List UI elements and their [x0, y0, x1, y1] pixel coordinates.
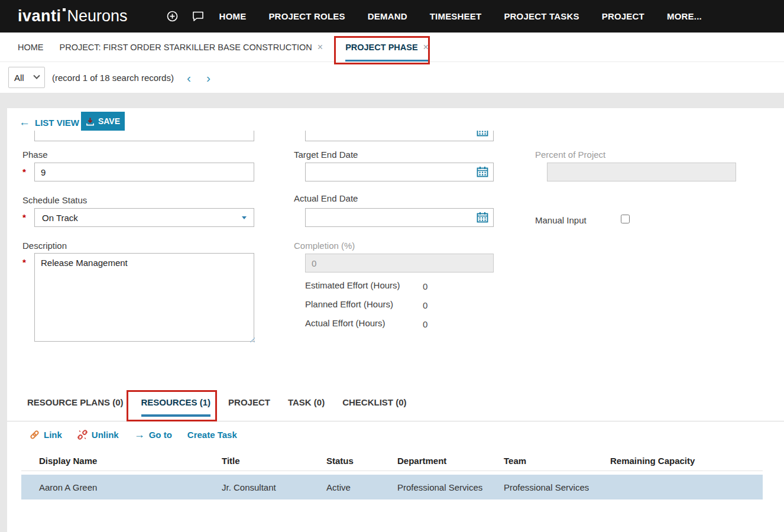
tab-resource-plans[interactable]: RESOURCE PLANS (0) — [27, 397, 124, 417]
record-filter-value: All — [14, 73, 24, 83]
tab-task[interactable]: TASK (0) — [288, 397, 325, 417]
tab-project-record[interactable]: PROJECT: FIRST ORDER STARKILLER BASE CON… — [60, 33, 323, 61]
tab-project-phase[interactable]: PROJECT PHASE × — [345, 33, 429, 61]
logo-text-ivanti: ivanti — [18, 7, 61, 25]
phase-label: Phase — [22, 150, 48, 160]
column-header-team[interactable]: Team — [504, 456, 610, 466]
actual-effort-value: 0 — [423, 319, 427, 329]
record-filter-select[interactable]: All — [8, 67, 45, 88]
nav-item-project-tasks[interactable]: PROJECT TASKS — [504, 11, 579, 21]
description-textarea[interactable]: Release Management — [34, 253, 254, 342]
phase-input[interactable] — [34, 163, 254, 181]
record-detail-panel: ← LIST VIEW SAVE Phase * Target End Date… — [7, 108, 784, 532]
planned-effort-value: 0 — [423, 300, 427, 310]
tab-resources[interactable]: RESOURCES (1) — [141, 397, 211, 417]
scrolled-off-input[interactable] — [34, 131, 254, 141]
nav-item-project-roles[interactable]: PROJECT ROLES — [268, 11, 345, 21]
back-arrow-icon: ← — [19, 116, 30, 129]
create-task-button[interactable]: Create Task — [187, 430, 237, 440]
ivanti-neurons-logo: ivanti Neurons — [18, 7, 128, 25]
estimated-effort-value: 0 — [423, 281, 427, 291]
chat-icon[interactable] — [192, 11, 204, 21]
prev-record-button[interactable]: ‹ — [187, 72, 191, 84]
link-button[interactable]: Link — [30, 430, 62, 440]
column-header-status[interactable]: Status — [326, 456, 397, 466]
close-icon[interactable]: × — [318, 42, 323, 53]
tab-home[interactable]: HOME — [18, 33, 44, 61]
goto-label: Go to — [149, 430, 172, 440]
cell-status: Active — [326, 482, 397, 492]
tab-project[interactable]: PROJECT — [228, 397, 270, 417]
workspace-tabbar: HOME PROJECT: FIRST ORDER STARKILLER BAS… — [0, 33, 784, 62]
required-asterisk: * — [22, 257, 26, 267]
record-count-text: (record 1 of 18 search records) — [52, 73, 174, 83]
app-window: ivanti Neurons HOME PROJECT ROLES DEMAND… — [0, 0, 784, 532]
completion-input — [305, 254, 494, 273]
schedule-status-select[interactable]: On Track — [34, 208, 254, 227]
tab-label: PROJECT: FIRST ORDER STARKILLER BASE CON… — [60, 43, 312, 52]
plus-circle-icon[interactable] — [167, 11, 178, 22]
tab-label: PROJECT PHASE — [345, 43, 417, 52]
right-arrow-icon: → — [134, 429, 145, 440]
primary-nav: HOME PROJECT ROLES DEMAND TIMESHEET PROJ… — [219, 11, 702, 21]
tab-checklist[interactable]: CHECKLIST (0) — [342, 397, 406, 417]
completion-label: Completion (%) — [294, 241, 355, 251]
logo-text-neurons: Neurons — [67, 7, 128, 25]
estimated-effort-label: Estimated Effort (Hours) — [305, 280, 400, 290]
cell-department: Professional Services — [397, 482, 504, 492]
manual-input-checkbox[interactable] — [621, 215, 630, 223]
link-label: Link — [44, 430, 62, 440]
description-label: Description — [22, 241, 67, 251]
nav-item-timesheet[interactable]: TIMESHEET — [430, 11, 482, 21]
chain-link-icon — [30, 430, 40, 440]
nav-item-project[interactable]: PROJECT — [602, 11, 644, 21]
top-navbar: ivanti Neurons HOME PROJECT ROLES DEMAND… — [0, 0, 784, 33]
calendar-icon[interactable] — [477, 166, 488, 177]
actual-end-date-input[interactable] — [305, 208, 494, 227]
next-record-button[interactable]: › — [206, 72, 210, 84]
save-button[interactable]: SAVE — [81, 112, 125, 131]
unlink-button[interactable]: Unlink — [77, 430, 119, 440]
list-view-button[interactable]: ← LIST VIEW — [19, 116, 79, 129]
close-icon[interactable]: × — [423, 42, 429, 53]
column-header-display-name[interactable]: Display Name — [39, 456, 222, 466]
navbar-icons — [167, 11, 204, 22]
resources-toolbar: Link Unlink → Go to Create Task — [30, 426, 237, 443]
schedule-status-value: On Track — [42, 213, 78, 223]
calendar-icon[interactable] — [477, 131, 488, 137]
list-view-label: LIST VIEW — [35, 118, 79, 128]
actual-effort-label: Actual Effort (Hours) — [305, 318, 385, 328]
table-row[interactable]: Aaron A Green Jr. Consultant Active Prof… — [21, 475, 763, 499]
save-download-icon — [86, 117, 95, 126]
tab-label: HOME — [18, 43, 44, 52]
goto-button[interactable]: → Go to — [134, 429, 172, 440]
nav-item-more[interactable]: MORE... — [667, 11, 702, 21]
cell-title: Jr. Consultant — [222, 482, 326, 492]
unlink-label: Unlink — [92, 430, 119, 440]
detail-tabbar: RESOURCE PLANS (0) RESOURCES (1) PROJECT… — [27, 391, 407, 417]
logo-mark — [63, 8, 66, 11]
broken-chain-icon — [77, 430, 88, 440]
cell-team: Professional Services — [504, 482, 610, 492]
calendar-icon[interactable] — [477, 212, 488, 223]
percent-of-project-label: Percent of Project — [535, 150, 605, 160]
resources-table-header: Display Name Title Status Department Tea… — [21, 451, 763, 471]
target-end-date-label: Target End Date — [294, 150, 358, 160]
target-end-date-input[interactable] — [305, 163, 494, 181]
create-task-label: Create Task — [187, 430, 237, 440]
chevron-down-icon — [33, 73, 40, 79]
nav-item-home[interactable]: HOME — [219, 11, 247, 21]
chevron-down-icon — [242, 216, 247, 219]
required-asterisk: * — [22, 212, 26, 222]
save-label: SAVE — [98, 116, 120, 126]
percent-of-project-input — [547, 163, 736, 181]
column-header-remaining-capacity[interactable]: Remaining Capacity — [610, 456, 763, 466]
divider — [7, 421, 784, 421]
scrolled-off-date-input[interactable] — [305, 131, 494, 141]
column-header-department[interactable]: Department — [397, 456, 504, 466]
record-navigation-bar: All (record 1 of 18 search records) ‹ › — [0, 62, 784, 93]
actual-end-date-label: Actual End Date — [294, 193, 358, 203]
cell-display-name: Aaron A Green — [39, 482, 222, 492]
nav-item-demand[interactable]: DEMAND — [368, 11, 407, 21]
column-header-title[interactable]: Title — [222, 456, 326, 466]
